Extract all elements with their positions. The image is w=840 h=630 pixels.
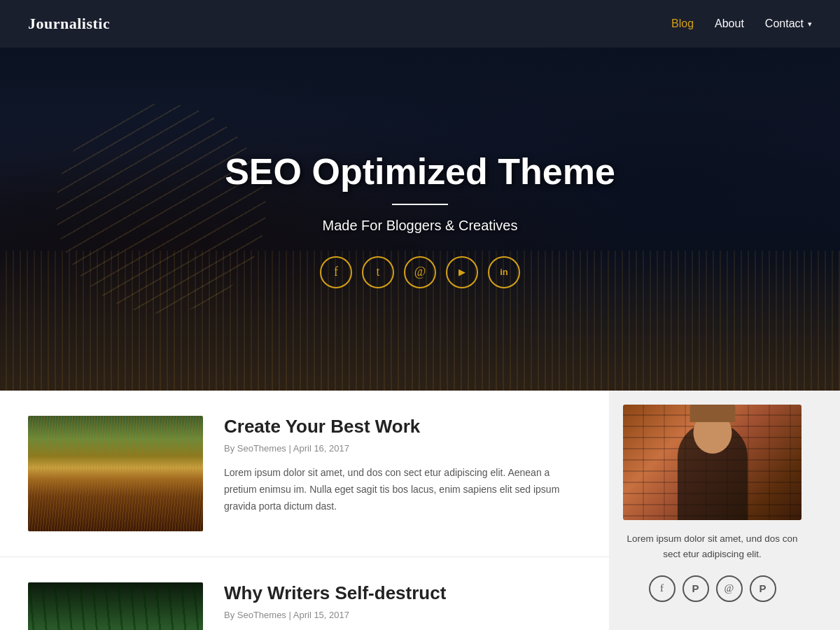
navbar: Journalistic Blog About Contact ▾ (0, 0, 840, 48)
post-thumbnail[interactable] (28, 582, 203, 630)
youtube-icon[interactable]: ▶ (446, 256, 478, 288)
nav-link-about[interactable]: About (715, 18, 744, 29)
site-brand[interactable]: Journalistic (28, 15, 110, 33)
post-meta: By SeoThemes | April 16, 2017 (224, 443, 581, 454)
sidebar-pinterest-icon[interactable]: P (682, 575, 709, 602)
hero-content: SEO Optimized Theme Made For Bloggers & … (225, 150, 615, 288)
hero-subtitle: Made For Bloggers & Creatives (225, 218, 615, 234)
sidebar-bio: Lorem ipsum dolor sit amet, und dos con … (623, 531, 802, 563)
post-item: Create Your Best Work By SeoThemes | Apr… (0, 391, 609, 557)
hero-section: SEO Optimized Theme Made For Bloggers & … (0, 48, 840, 391)
person-hair (690, 405, 735, 422)
nav-link-blog[interactable]: Blog (671, 18, 694, 29)
chevron-down-icon: ▾ (808, 20, 812, 29)
main-nav: Blog About Contact ▾ (671, 18, 812, 30)
instagram-icon[interactable]: @ (404, 256, 436, 288)
sidebar-social: f P @ P (623, 575, 802, 602)
hero-social-icons: f t @ ▶ in (225, 256, 615, 288)
nav-item-about[interactable]: About (715, 18, 744, 30)
linkedin-icon[interactable]: in (488, 256, 520, 288)
blog-section: Create Your Best Work By SeoThemes | Apr… (0, 391, 609, 630)
nav-link-contact[interactable]: Contact ▾ (765, 18, 812, 30)
sidebar: Lorem ipsum dolor sit amet, und dos con … (609, 391, 816, 630)
post-thumbnail[interactable] (28, 416, 203, 531)
nav-item-blog[interactable]: Blog (671, 18, 694, 30)
sidebar-instagram-icon[interactable]: @ (716, 575, 743, 602)
post-item: Why Writers Self-destruct By SeoThemes |… (0, 557, 609, 630)
hero-divider (392, 204, 448, 205)
sidebar-avatar (623, 405, 802, 520)
post-meta: By SeoThemes | April 15, 2017 (224, 610, 581, 620)
sidebar-facebook-icon[interactable]: f (649, 575, 676, 602)
main-container: Create Your Best Work By SeoThemes | Apr… (0, 391, 840, 630)
post-content: Why Writers Self-destruct By SeoThemes |… (224, 582, 581, 630)
post-content: Create Your Best Work By SeoThemes | Apr… (224, 416, 581, 531)
post-excerpt: Lorem ipsum dolor sit amet, und dos con … (224, 465, 581, 514)
twitter-icon[interactable]: t (362, 256, 394, 288)
sidebar-pinterest2-icon[interactable]: P (750, 575, 776, 602)
post-title[interactable]: Why Writers Self-destruct (224, 582, 581, 604)
facebook-icon[interactable]: f (320, 256, 352, 288)
hero-title: SEO Optimized Theme (225, 150, 615, 192)
post-title[interactable]: Create Your Best Work (224, 416, 581, 438)
nav-item-contact[interactable]: Contact ▾ (765, 18, 812, 30)
